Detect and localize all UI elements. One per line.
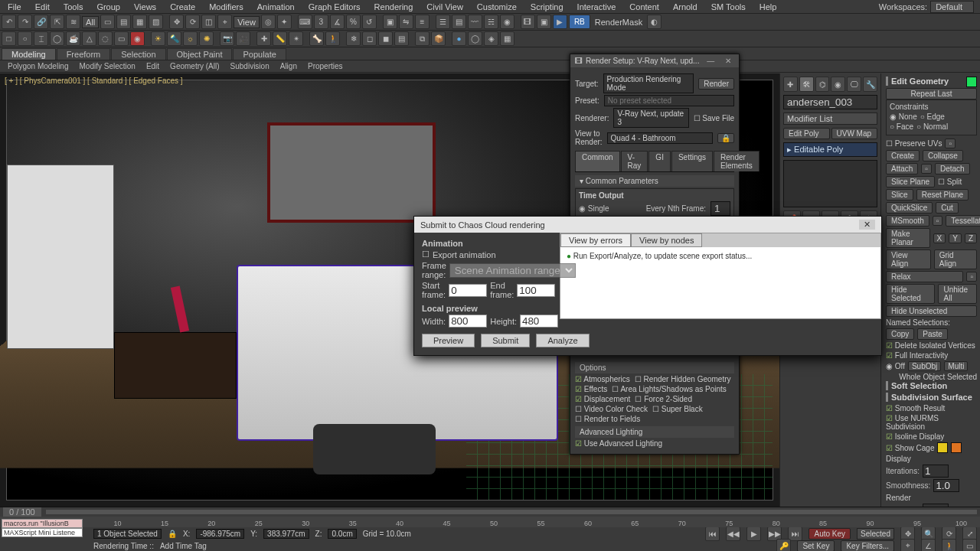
light-omni-icon[interactable]: ☀ bbox=[151, 31, 165, 46]
pivot-icon[interactable]: ◎ bbox=[261, 15, 276, 29]
menu-rendering[interactable]: Rendering bbox=[368, 1, 420, 13]
manipulate-icon[interactable]: ✦ bbox=[277, 15, 292, 29]
cage-color1[interactable] bbox=[937, 442, 948, 453]
create-button[interactable]: Create bbox=[886, 150, 920, 161]
menu-civilview[interactable]: Civil View bbox=[420, 1, 469, 13]
window-cross-icon[interactable]: ▧ bbox=[149, 15, 163, 29]
constraint-face[interactable]: Face bbox=[890, 122, 913, 131]
cloud-export-chk[interactable]: Export animation bbox=[433, 250, 496, 259]
rb-icon[interactable]: RB bbox=[569, 15, 590, 29]
copy-button[interactable]: Copy bbox=[886, 328, 914, 340]
tab-freeform[interactable]: Freeform bbox=[57, 48, 111, 60]
opt-superblack[interactable]: ☐ Super Black bbox=[652, 405, 703, 413]
viewalign-button[interactable]: View Align bbox=[886, 249, 931, 269]
time-slider-thumb[interactable]: 0 / 100 bbox=[3, 507, 41, 517]
render-setup-close[interactable]: ✕ bbox=[722, 57, 734, 65]
quickslice-button[interactable]: QuickSlice bbox=[886, 202, 933, 214]
tessellate-button[interactable]: Tessellate bbox=[946, 215, 980, 227]
maxscript-listener[interactable]: macros.run "IllusionB MAXScript Mini Lis… bbox=[2, 519, 83, 537]
del-isolated-chk[interactable]: Delete Isolated Vertices bbox=[886, 341, 975, 350]
anglesnap-icon[interactable]: ∡ bbox=[330, 15, 345, 29]
showcage-chk[interactable]: Show Cage bbox=[886, 444, 934, 452]
render-button[interactable]: Render bbox=[698, 78, 734, 90]
menu-file[interactable]: File bbox=[2, 1, 28, 13]
cage-off[interactable]: Off bbox=[886, 362, 905, 370]
hidesel-button[interactable]: Hide Selected bbox=[886, 284, 935, 304]
tab-viewerrors[interactable]: View by errors bbox=[560, 233, 631, 247]
analyze-button[interactable]: Analyze bbox=[536, 334, 589, 347]
preserve-uvs-settings[interactable]: ▫ bbox=[945, 139, 956, 148]
opt-rhg[interactable]: ☐ Render Hidden Geometry bbox=[635, 375, 731, 383]
preserve-uvs-chk[interactable]: ☐ Preserve UVs bbox=[886, 139, 942, 148]
tab-selection[interactable]: Selection bbox=[111, 48, 165, 60]
constraint-none[interactable]: None bbox=[890, 112, 917, 121]
arnold-icon[interactable]: ◐ bbox=[647, 15, 662, 29]
tab-populate[interactable]: Populate bbox=[233, 48, 286, 60]
cmd-hierarchy-icon[interactable]: ⌬ bbox=[815, 77, 830, 92]
menu-help[interactable]: Help bbox=[753, 1, 783, 13]
relax-button[interactable]: Relax bbox=[886, 271, 963, 282]
viewto-lock-icon[interactable]: 🔒 bbox=[717, 133, 734, 143]
unhideall-button[interactable]: Unhide All bbox=[938, 284, 977, 304]
helper-tape-icon[interactable]: 📏 bbox=[273, 31, 287, 46]
resetplane-button[interactable]: Reset Plane bbox=[916, 189, 969, 201]
viewport-bg-icon[interactable]: ▦ bbox=[500, 31, 514, 46]
modifier-list-dd[interactable]: Modifier List bbox=[783, 112, 877, 125]
opt-effects[interactable]: Effects bbox=[575, 385, 607, 393]
sr-props[interactable]: Properties bbox=[303, 62, 348, 70]
tab-modeling[interactable]: Modeling bbox=[2, 48, 56, 60]
menu-group[interactable]: Group bbox=[90, 1, 126, 13]
prim-plane-icon[interactable]: ▭ bbox=[114, 31, 129, 46]
edit-geometry-rollout[interactable]: Edit Geometry bbox=[886, 77, 977, 86]
nav-fov-icon[interactable]: ∠ bbox=[921, 539, 936, 552]
schematic-icon[interactable]: ☵ bbox=[484, 15, 498, 29]
setkey-button[interactable]: Set Key bbox=[797, 540, 835, 552]
cage-multi[interactable]: Multi bbox=[944, 361, 968, 371]
sr-modifysel[interactable]: Modify Selection bbox=[75, 62, 140, 70]
curve-editor-icon[interactable]: 〰 bbox=[468, 15, 482, 29]
bind-icon[interactable]: ≋ bbox=[66, 15, 80, 29]
constraint-normal[interactable]: Normal bbox=[916, 122, 948, 131]
to-single[interactable]: Single bbox=[579, 204, 609, 213]
viewport-label[interactable]: [ + ] [ PhysCamera001 ] [ Standard ] [ E… bbox=[5, 77, 183, 85]
render-setup-min[interactable]: — bbox=[704, 57, 717, 65]
cmd-utils-icon[interactable]: 🔧 bbox=[863, 77, 877, 92]
prim-cyl-icon[interactable]: ⌶ bbox=[34, 31, 48, 46]
render-prod-icon[interactable]: ▶ bbox=[553, 15, 567, 29]
object-name-field[interactable] bbox=[783, 95, 877, 109]
menu-views[interactable]: Views bbox=[128, 1, 162, 13]
ref-coord-dd[interactable]: View bbox=[234, 16, 260, 28]
repeat-last-button[interactable]: Repeat Last bbox=[886, 88, 977, 99]
opt-disp[interactable]: Displacement bbox=[575, 395, 630, 403]
renderer-dd[interactable]: V-Ray Next, update 3 bbox=[613, 108, 688, 128]
autokey-button[interactable]: Auto Key bbox=[808, 528, 851, 540]
placement-icon[interactable]: ⌖ bbox=[217, 15, 232, 29]
tab-settings[interactable]: Settings bbox=[671, 151, 713, 171]
select-region-icon[interactable]: ▦ bbox=[132, 15, 147, 29]
smooth-field[interactable] bbox=[933, 479, 959, 492]
prim-torus-icon[interactable]: ◯ bbox=[50, 31, 64, 46]
hide-icon[interactable]: ◻ bbox=[362, 31, 377, 46]
menu-modifiers[interactable]: Modifiers bbox=[203, 1, 250, 13]
light-spot-icon[interactable]: 🔦 bbox=[167, 31, 181, 46]
paste-button[interactable]: Paste bbox=[917, 328, 948, 340]
shade-icon[interactable]: ● bbox=[452, 31, 466, 46]
sr-polymodel[interactable]: Polygon Modeling bbox=[3, 62, 74, 70]
softsel-rollout[interactable]: Soft Selection bbox=[886, 381, 977, 390]
detach-button[interactable]: Detach bbox=[935, 163, 970, 174]
every-field[interactable] bbox=[710, 201, 730, 216]
subdiv-rollout[interactable]: Subdivision Surface bbox=[886, 393, 977, 402]
snap3d-icon[interactable]: 3 bbox=[314, 15, 328, 29]
helper-compass-icon[interactable]: ✴ bbox=[289, 31, 303, 46]
xref-icon[interactable]: ⧉ bbox=[415, 31, 430, 46]
move-icon[interactable]: ✥ bbox=[169, 15, 184, 29]
target-dd[interactable]: Production Rendering Mode bbox=[603, 73, 694, 93]
goto-start-icon[interactable]: ⏮ bbox=[705, 527, 720, 541]
sr-subdiv[interactable]: Subdivision bbox=[226, 62, 274, 70]
constraint-edge[interactable]: Edge bbox=[920, 112, 945, 121]
planar-z[interactable]: Z bbox=[965, 233, 977, 243]
menu-content[interactable]: Content bbox=[623, 1, 665, 13]
isolate-icon[interactable]: ◼ bbox=[378, 31, 393, 46]
percentsnap-icon[interactable]: % bbox=[346, 15, 361, 29]
prim-teapot-icon[interactable]: ☕ bbox=[66, 31, 80, 46]
